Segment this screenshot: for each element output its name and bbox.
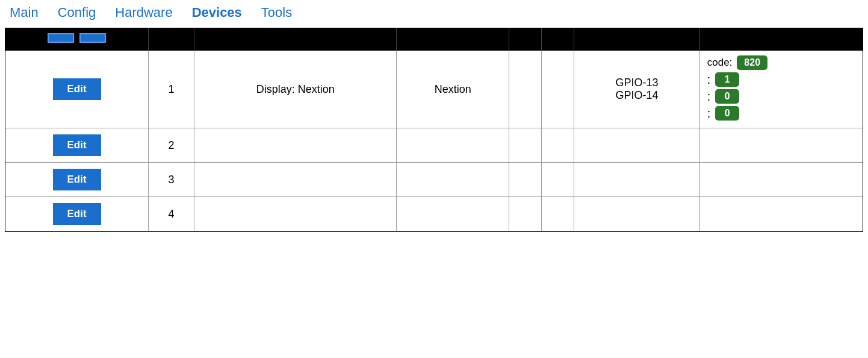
colon-separator: : — [707, 90, 711, 104]
col-task — [149, 28, 194, 51]
gpio-cell — [574, 128, 699, 163]
task-cell: 2 — [149, 128, 194, 163]
device-cell — [194, 128, 397, 163]
nav-buttons-header — [5, 28, 149, 51]
gpio-cell: GPIO-13GPIO-14 — [574, 51, 699, 128]
values-cell — [699, 163, 863, 197]
col-idx-variable — [542, 28, 574, 51]
col-name — [397, 28, 509, 51]
port-cell — [509, 197, 541, 231]
code-label: code: — [707, 57, 733, 69]
entry-value-badge: 0 — [715, 106, 739, 121]
edit-button[interactable]: Edit — [53, 134, 101, 156]
nav-link-main[interactable]: Main — [10, 5, 39, 20]
prev-button[interactable] — [48, 33, 74, 43]
values-cell — [699, 128, 863, 163]
nav-link-hardware[interactable]: Hardware — [115, 5, 172, 20]
colon-separator: : — [707, 107, 711, 121]
name-cell: Nextion — [397, 51, 509, 128]
values-cell — [699, 197, 863, 231]
table-wrapper: Edit1Display: NextionNextionGPIO-13GPIO-… — [5, 28, 863, 232]
edit-button[interactable]: Edit — [53, 203, 101, 225]
table-row: Edit2 — [5, 128, 863, 163]
gpio-cell — [574, 197, 699, 231]
col-device — [194, 28, 397, 51]
gpio-cell — [574, 163, 699, 197]
device-cell — [194, 163, 397, 197]
edit-button[interactable]: Edit — [53, 78, 101, 100]
col-port — [509, 28, 541, 51]
table-row: Edit1Display: NextionNextionGPIO-13GPIO-… — [5, 51, 863, 128]
task-cell: 4 — [149, 197, 194, 231]
edit-button[interactable]: Edit — [53, 169, 101, 190]
nav-link-config[interactable]: Config — [58, 5, 96, 20]
col-values — [699, 28, 863, 51]
device-cell — [194, 197, 397, 231]
idx-variable-cell — [542, 197, 574, 231]
name-cell — [397, 163, 509, 197]
device-cell: Display: Nextion — [194, 51, 397, 128]
idx-variable-cell — [542, 128, 574, 163]
edit-cell: Edit — [5, 51, 149, 128]
port-cell — [509, 163, 541, 197]
values-cell: code:820:1:0:0 — [699, 51, 863, 128]
entry-value-badge: 1 — [715, 72, 739, 87]
port-cell — [509, 51, 541, 128]
nav-link-devices[interactable]: Devices — [192, 5, 242, 20]
table-row: Edit4 — [5, 197, 863, 231]
next-button[interactable] — [79, 33, 106, 43]
code-value-badge: 820 — [737, 55, 767, 70]
port-cell — [509, 128, 541, 163]
edit-cell: Edit — [5, 163, 149, 197]
col-gpio — [574, 28, 699, 51]
task-cell: 3 — [149, 163, 194, 197]
entry-value-badge: 0 — [715, 89, 739, 104]
name-cell — [397, 128, 509, 163]
nav-bar: MainConfigHardwareDevicesTools — [0, 0, 868, 25]
colon-separator: : — [707, 73, 711, 87]
idx-variable-cell — [542, 51, 574, 128]
nav-link-tools[interactable]: Tools — [261, 5, 292, 20]
edit-cell: Edit — [5, 197, 149, 231]
edit-cell: Edit — [5, 128, 149, 163]
table-row: Edit3 — [5, 163, 863, 197]
name-cell — [397, 197, 509, 231]
idx-variable-cell — [542, 163, 574, 197]
devices-table: Edit1Display: NextionNextionGPIO-13GPIO-… — [5, 28, 863, 231]
task-cell: 1 — [149, 51, 194, 128]
